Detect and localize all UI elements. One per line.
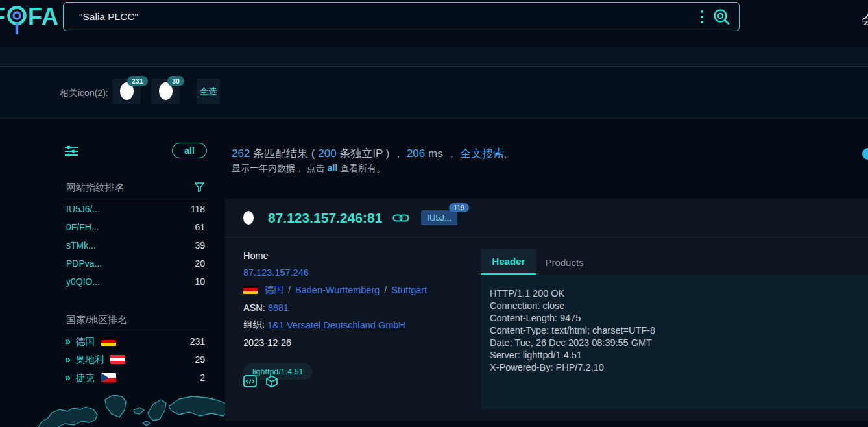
- org-row: 组织: 1&1 Versatel Deutschland GmbH: [243, 319, 477, 331]
- fingerprint-name[interactable]: sTMk...: [66, 240, 96, 250]
- favicon-count-badge-1: 231: [127, 76, 148, 86]
- flag-germany: [101, 337, 116, 346]
- http-header-line: Date: Tue, 26 Dec 2023 08:39:55 GMT: [490, 337, 868, 349]
- search-icon[interactable]: [713, 8, 730, 25]
- scan-date: 2023-12-26: [243, 337, 477, 348]
- site-title: Home: [243, 250, 477, 261]
- http-header-panel: HTTP/1.1 200 OK Connection: close Conten…: [481, 275, 868, 409]
- select-all-button[interactable]: 全选: [197, 79, 220, 104]
- location-row: 德国 / Baden-Wurttemberg / Stuttgart: [243, 284, 477, 296]
- region-link[interactable]: Baden-Wurttemberg: [295, 285, 380, 295]
- fulltext-search-link[interactable]: 全文搜索: [460, 147, 504, 160]
- all-toggle-button[interactable]: all: [172, 143, 207, 158]
- search-options-kebab-icon[interactable]: [697, 8, 706, 26]
- flag-germany: [243, 286, 258, 294]
- fofa-search-page: F FA 会 相关icon(2):: [0, 0, 868, 427]
- flag-austria: [110, 355, 125, 364]
- divider: [65, 199, 208, 199]
- fingerprint-badge-label: IU5J...: [427, 213, 452, 223]
- logo-letters-fa: FA: [28, 4, 59, 30]
- fingerprint-count: 20: [195, 258, 205, 269]
- query-time: 206: [407, 147, 425, 160]
- country-name[interactable]: 奥地利: [76, 354, 104, 366]
- product-cube-icon[interactable]: [265, 375, 278, 391]
- detail-tabs: Header Products: [481, 249, 592, 275]
- fingerprint-name[interactable]: y0QIO...: [66, 276, 100, 287]
- country-item[interactable]: » 捷克 2: [65, 371, 205, 384]
- expand-chevrons-icon[interactable]: »: [65, 355, 71, 364]
- top-header: F FA 会: [0, 0, 868, 47]
- fingerprint-item[interactable]: sTMk... 39: [66, 239, 205, 252]
- city-link[interactable]: Stuttgart: [391, 285, 427, 295]
- expand-chevrons-icon[interactable]: »: [65, 337, 71, 346]
- all-link[interactable]: all: [328, 163, 338, 173]
- logo-letter-f: F: [0, 4, 6, 30]
- country-ranking-title: 国家/地区排名: [66, 314, 127, 326]
- related-icon-label: 相关icon(2):: [60, 88, 108, 99]
- fingerprint-badge[interactable]: IU5J... 119: [421, 210, 457, 225]
- top-right-menu-partial[interactable]: 会: [862, 11, 868, 27]
- sidebar: all 网站指纹排名 IU5J6/... 118 0F/FH... 61 sTM…: [0, 119, 224, 427]
- fingerprint-name[interactable]: PDPva...: [66, 258, 102, 269]
- sub-toolbar-band: [0, 47, 868, 67]
- filter-sliders-icon[interactable]: [65, 145, 78, 157]
- fofa-o-icon: [6, 5, 27, 35]
- http-header-line: Connection: close: [490, 300, 868, 312]
- card-footer-icons: [243, 375, 278, 391]
- fingerprint-count: 10: [195, 276, 205, 287]
- funnel-filter-icon[interactable]: [195, 182, 204, 192]
- tab-products[interactable]: Products: [536, 249, 592, 275]
- search-input[interactable]: [64, 11, 697, 23]
- http-header-line: Server: lighttpd/1.4.51: [490, 349, 868, 361]
- host-details: Home 87.123.157.246 德国 / Baden-Wurttembe…: [243, 250, 477, 380]
- floating-action-button-partial[interactable]: [862, 148, 868, 160]
- link-chain-icon[interactable]: [392, 213, 409, 223]
- asn-link[interactable]: 8881: [268, 302, 289, 313]
- ip-port-link[interactable]: 87.123.157.246:81: [268, 210, 382, 226]
- world-map: [34, 389, 232, 427]
- fingerprint-ranking-title: 网站指纹排名: [66, 182, 125, 194]
- tab-header[interactable]: Header: [481, 249, 536, 275]
- http-header-line: X-Powered-By: PHP/7.2.10: [490, 361, 868, 374]
- fingerprint-item[interactable]: PDPva... 20: [66, 257, 205, 270]
- results-summary: 262 条匹配结果 ( 200 条独立IP ) ， 206 ms ， 全文搜索。: [232, 146, 515, 161]
- http-header-line: HTTP/1.1 200 OK: [490, 287, 868, 300]
- source-code-icon[interactable]: [243, 375, 257, 391]
- related-icon-filter-row: 相关icon(2): 231 30 全选: [0, 67, 868, 119]
- fingerprint-item[interactable]: IU5J6/... 118: [66, 202, 205, 215]
- fingerprint-name[interactable]: 0F/FH...: [66, 222, 99, 232]
- fingerprint-count: 39: [195, 240, 205, 250]
- fingerprint-item[interactable]: 0F/FH... 61: [66, 221, 205, 234]
- result-card: 87.123.157.246:81 IU5J... 119 Home 87.12…: [225, 199, 868, 421]
- site-favicon: [243, 211, 254, 225]
- country-name[interactable]: 捷克: [76, 372, 95, 384]
- search-bar[interactable]: [63, 2, 740, 31]
- fingerprint-count: 118: [191, 204, 205, 214]
- country-item[interactable]: » 德国 231: [65, 335, 205, 348]
- country-count: 2: [200, 372, 205, 383]
- fingerprint-name[interactable]: IU5J6/...: [66, 204, 100, 214]
- result-card-header: 87.123.157.246:81 IU5J... 119: [225, 199, 868, 238]
- fingerprint-count: 61: [195, 222, 205, 232]
- unique-ip-count: 200: [318, 147, 336, 160]
- expand-chevrons-icon[interactable]: »: [65, 373, 71, 382]
- asn-label: ASN:: [243, 302, 265, 313]
- fingerprint-badge-count: 119: [449, 203, 469, 212]
- fingerprint-item[interactable]: y0QIO... 10: [66, 275, 205, 288]
- favicon-count-badge-2: 30: [167, 76, 184, 86]
- ip-link[interactable]: 87.123.157.246: [243, 267, 309, 278]
- divider: [65, 330, 208, 330]
- org-label: 组织:: [243, 319, 265, 331]
- country-name[interactable]: 德国: [76, 336, 95, 348]
- asn-row: ASN: 8881: [243, 302, 477, 313]
- results-note: 显示一年内数据， 点击 all 查看所有。: [232, 163, 385, 175]
- country-count: 231: [190, 336, 205, 347]
- country-item[interactable]: » 奥地利 29: [65, 353, 205, 366]
- fofa-logo[interactable]: F FA: [0, 4, 59, 35]
- total-count: 262: [232, 147, 250, 160]
- http-header-line: Content-Length: 9475: [490, 312, 868, 324]
- http-header-line: Content-Type: text/html; charset=UTF-8: [490, 324, 868, 337]
- country-count: 29: [195, 354, 205, 365]
- country-link[interactable]: 德国: [265, 284, 283, 296]
- org-link[interactable]: 1&1 Versatel Deutschland GmbH: [267, 320, 405, 330]
